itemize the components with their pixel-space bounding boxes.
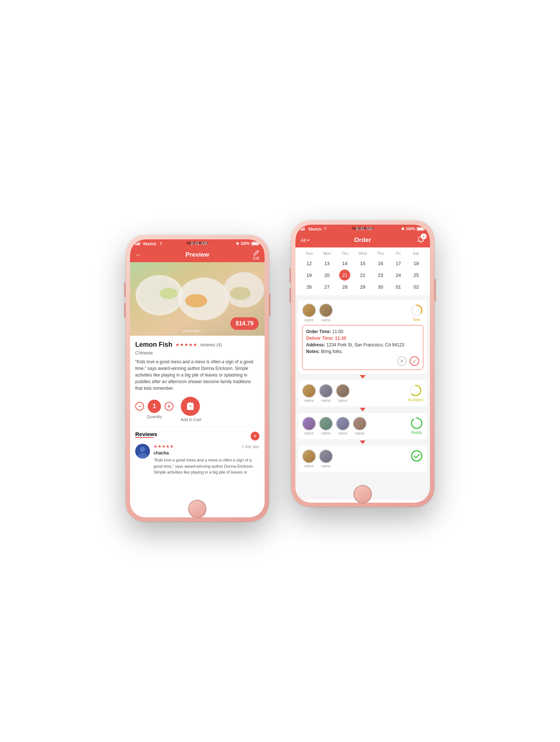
status-done <box>410 449 423 463</box>
cal-24[interactable]: 24 <box>390 270 407 281</box>
reviews-header: Reviews + <box>135 431 259 441</box>
status-ready-label: Ready <box>412 431 422 435</box>
filter-dropdown[interactable]: All <box>301 238 310 243</box>
add-review-button[interactable]: + <box>251 432 259 440</box>
review-content: ★★★★★ 1 day ago chacha "Kids love a good… <box>154 444 259 475</box>
cal-20[interactable]: 20 <box>319 270 336 281</box>
cal-18[interactable]: 18 <box>408 258 425 269</box>
order-group-header-new: name name New <box>302 303 423 322</box>
scene: Sketch 9:41 AM ✱ 100% ← Preview <box>0 0 560 742</box>
dish-description: "Kids love a good mess and a mess is oft… <box>135 358 259 392</box>
dish-name: Lemon Fish <box>135 341 172 349</box>
address-row: Address: 1234 Pork St, San Francisco, CA… <box>306 342 419 347</box>
svg-rect-3 <box>140 242 141 245</box>
cal-15[interactable]: 15 <box>354 258 371 269</box>
avatar-new-1: name <box>302 303 316 322</box>
reviewer-avatar <box>135 444 150 459</box>
add-to-cart-label: Add to Cart <box>181 417 201 422</box>
triangle-separator-1 <box>360 375 366 379</box>
cal-28[interactable]: 28 <box>336 281 353 292</box>
time-2: 9:41 AM <box>356 226 373 231</box>
triangle-separator-2 <box>360 408 366 411</box>
cal-17[interactable]: 17 <box>390 258 407 269</box>
battery-area-2: ✱ 100% <box>401 227 425 231</box>
cal-14[interactable]: 14 <box>336 258 353 269</box>
svg-rect-27 <box>424 228 425 229</box>
cal-21-today[interactable]: 21 <box>339 270 350 281</box>
carrier-signal-1: Sketch <box>135 241 162 246</box>
order-group-ready: name name name <box>298 413 427 439</box>
cal-16[interactable]: 16 <box>372 258 389 269</box>
phone2-screen: Sketch 9:41 AM ✱ 100% All <box>295 225 430 503</box>
cal-25[interactable]: 25 <box>408 270 425 281</box>
cal-13[interactable]: 13 <box>319 258 336 269</box>
cal-30[interactable]: 30 <box>372 281 389 292</box>
deliver-time-row: Deliver Time: 11:30 <box>306 336 419 341</box>
review-time: 1 day ago <box>242 444 259 449</box>
status-new: New <box>410 304 423 322</box>
cal-27[interactable]: 27 <box>319 281 336 292</box>
battery-area-1: ✱ 100% <box>236 242 259 246</box>
notification-button[interactable]: 2 <box>417 235 425 245</box>
navbar-2: All Order 2 <box>295 233 430 247</box>
day-fri: Fri <box>389 250 407 256</box>
cal-29[interactable]: 29 <box>354 281 371 292</box>
order-actions: ✕ ✓ <box>306 356 419 366</box>
cal-26[interactable]: 26 <box>301 281 318 292</box>
review-meta: ★★★★★ 1 day ago <box>154 444 259 449</box>
svg-point-14 <box>185 294 207 307</box>
status-ready: Ready <box>410 417 423 435</box>
navbar-1: ← Preview Edit <box>130 247 265 262</box>
cuisine-label: Chinese <box>135 350 259 356</box>
phone1-screen: Sketch 9:41 AM ✱ 100% ← Preview <box>130 239 265 517</box>
page-title-1: Preview <box>186 251 209 258</box>
svg-point-34 <box>412 418 422 428</box>
notes-row: Notes: Bring folks. <box>306 349 419 354</box>
svg-rect-1 <box>137 243 138 245</box>
confirm-order-button[interactable]: ✓ <box>410 356 419 366</box>
review-stars: ★★★★★ <box>154 444 174 449</box>
day-tue: Thu <box>336 250 354 256</box>
order-group-new: name name New <box>298 300 427 374</box>
cancel-order-button[interactable]: ✕ <box>397 356 407 366</box>
svg-point-16 <box>230 287 251 300</box>
content-area-1[interactable]: Lemon Fish ★★★★★ reviews (4) Chinese "Ki… <box>130 336 265 517</box>
cal-23[interactable]: 23 <box>372 270 389 281</box>
home-button-1[interactable] <box>188 500 207 518</box>
order-time-row: Order Time: 11:00 <box>306 329 419 334</box>
day-wed: Wed <box>354 250 371 256</box>
order-list[interactable]: name name New <box>295 295 430 500</box>
dish-stars: ★★★★★ <box>175 342 197 347</box>
decrease-button[interactable]: − <box>135 402 144 411</box>
calendar: Sun Mon Thu Wed Thu Fri Sat 12 13 14 15 <box>295 247 430 295</box>
ready-avatars: name name name <box>302 417 367 435</box>
quantity-label: Quantity <box>135 414 173 419</box>
status-new-label: New <box>413 318 420 322</box>
calendar-header: Sun Mon Thu Wed Thu Fri Sat <box>301 250 425 256</box>
order-group-done: name name <box>298 446 427 472</box>
order-card: Order Time: 11:00 Deliver Time: 11:30 Ad… <box>302 325 423 370</box>
review-text: "Kids love a good mess and a mess is oft… <box>154 457 259 475</box>
svg-point-20 <box>140 447 145 452</box>
increase-button[interactable]: + <box>165 402 173 411</box>
add-to-cart-button[interactable] <box>181 397 200 416</box>
reviewer-name: chacha <box>154 450 259 456</box>
cal-12[interactable]: 12 <box>301 258 318 269</box>
svg-rect-2 <box>138 242 139 245</box>
cal-22[interactable]: 22 <box>354 270 371 281</box>
cal-19[interactable]: 19 <box>301 270 318 281</box>
cal-01[interactable]: 01 <box>390 281 407 292</box>
back-button-1[interactable]: ← <box>135 251 142 259</box>
home-button-2[interactable] <box>353 485 372 503</box>
notification-badge: 2 <box>421 233 427 239</box>
svg-rect-24 <box>304 228 305 231</box>
svg-point-15 <box>159 288 178 299</box>
price-badge: $14.79 <box>230 317 259 330</box>
quantity-display: 1 <box>148 400 161 413</box>
cal-02[interactable]: 02 <box>408 281 425 292</box>
edit-button[interactable]: Edit <box>253 250 259 260</box>
reviews-title: Reviews <box>135 431 157 437</box>
status-bar-2: Sketch 9:41 AM ✱ 100% <box>295 225 430 233</box>
svg-point-25 <box>325 229 326 230</box>
reviews-underline <box>135 437 154 438</box>
